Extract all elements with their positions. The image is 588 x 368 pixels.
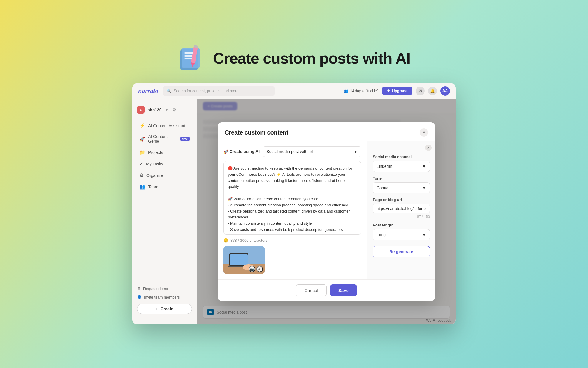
modal: Create custom content × 🚀 Create using A…: [218, 122, 435, 301]
upgrade-label: Upgrade: [392, 89, 407, 93]
sidebar-label-team: Team: [148, 185, 158, 189]
content-area: + Create posts in Social media post: [197, 99, 456, 324]
sidebar: a abc120 ▼ ⚙ ⚡ AI Content Assistant 🚀 AI…: [132, 99, 197, 324]
top-bar: narrato 🔍 Search for content, projects, …: [132, 83, 456, 99]
projects-icon: 📁: [139, 150, 145, 155]
trial-text: 14 days of trial left: [350, 89, 379, 93]
sidebar-label-ai-content-assistant: AI Content Assistant: [148, 123, 185, 128]
post-length-chevron: ▼: [422, 232, 426, 237]
new-badge: New!: [180, 137, 190, 141]
team-icon: 👥: [139, 184, 145, 190]
modal-footer: Cancel Save: [218, 279, 435, 301]
top-bar-right: 👥 14 days of trial left ✦ Upgrade ✉ 🔔 AA: [344, 86, 450, 96]
modal-overlay: Create custom content × 🚀 Create using A…: [197, 99, 456, 324]
bell-icon[interactable]: 🔔: [428, 87, 437, 95]
modal-body: 🚀 Create using AI Social media post with…: [218, 141, 435, 279]
trial-badge: 👥 14 days of trial left: [344, 89, 379, 93]
svg-rect-11: [230, 254, 248, 265]
sidebar-item-team[interactable]: 👥 Team: [135, 181, 194, 192]
emoji-icon: 😊: [223, 238, 228, 243]
content-type-chevron: ▼: [353, 149, 358, 154]
workspace-chevron: ▼: [165, 108, 168, 112]
url-label: Page or blog url: [373, 198, 430, 202]
url-input[interactable]: [373, 204, 430, 213]
sidebar-item-ai-content-genie[interactable]: 🚀 AI Content Genie New!: [135, 132, 194, 146]
modal-right: × Social media channel LinkedIn ▼ Tone C…: [368, 141, 435, 279]
workspace-avatar: a: [137, 106, 145, 114]
invite-team-label: Invite team members: [144, 295, 180, 299]
content-type-value: Social media post with url: [266, 149, 313, 154]
search-bar[interactable]: 🔍 Search for content, projects, and more: [163, 86, 275, 96]
save-button[interactable]: Save: [330, 284, 357, 296]
social-channel-value: LinkedIn: [377, 164, 392, 169]
workspace-item[interactable]: a abc120 ▼ ⚙: [132, 104, 197, 116]
modal-left: 🚀 Create using AI Social media post with…: [218, 141, 368, 279]
request-demo-label: Request demo: [143, 286, 168, 291]
create-row: 🚀 Create using AI Social media post with…: [223, 146, 361, 157]
image-edit-button[interactable]: ✏: [256, 266, 263, 272]
mail-icon[interactable]: ✉: [416, 87, 425, 95]
workspace-name: abc120: [148, 107, 161, 112]
logo: narrato: [138, 87, 158, 95]
regenerate-button[interactable]: Re-generate: [373, 246, 430, 257]
ai-genie-icon: 🚀: [139, 136, 145, 142]
sidebar-label-my-tasks: My Tasks: [146, 162, 163, 166]
upgrade-icon: ✦: [387, 89, 390, 93]
request-demo-item[interactable]: 🖥 Request demo: [135, 284, 194, 293]
my-tasks-icon: ✓: [139, 161, 143, 167]
create-label: Create: [161, 306, 173, 311]
upgrade-button[interactable]: ✦ Upgrade: [382, 87, 412, 95]
sidebar-label-ai-content-genie: AI Content Genie: [148, 134, 177, 144]
sidebar-item-projects[interactable]: 📁 Projects: [135, 147, 194, 158]
char-count: 😊 878 / 3000 characters: [223, 238, 361, 243]
social-channel-dropdown[interactable]: LinkedIn ▼: [373, 161, 430, 172]
tone-dropdown[interactable]: Casual ▼: [373, 182, 430, 193]
sidebar-item-organize[interactable]: ⚙ Organize: [135, 170, 194, 181]
main-content: a abc120 ▼ ⚙ ⚡ AI Content Assistant 🚀 AI…: [132, 99, 456, 324]
tone-label: Tone: [373, 176, 430, 180]
sidebar-label-projects: Projects: [148, 150, 163, 155]
sidebar-nav: ⚡ AI Content Assistant 🚀 AI Content Geni…: [132, 120, 197, 278]
modal-title: Create custom content: [225, 129, 288, 136]
avatar[interactable]: AA: [440, 86, 450, 96]
search-icon: 🔍: [166, 89, 171, 93]
workspace-settings[interactable]: ⚙: [172, 107, 176, 112]
hero-header: Create custom posts with AI: [178, 44, 410, 73]
ai-content-icon: ⚡: [139, 123, 145, 128]
image-camera-button[interactable]: 📷: [249, 266, 255, 272]
create-label: 🚀 Create using AI: [223, 149, 260, 154]
sidebar-bottom: 🖥 Request demo 👤 Invite team members + C…: [132, 281, 197, 320]
social-channel-label: Social media channel: [373, 155, 430, 159]
content-type-dropdown[interactable]: Social media post with url ▼: [263, 146, 361, 157]
hero-icon: [178, 44, 207, 73]
content-textarea[interactable]: 🔴 Are you struggling to keep up with the…: [223, 161, 361, 235]
app-window: narrato 🔍 Search for content, projects, …: [132, 83, 456, 324]
search-placeholder: Search for content, projects, and more: [173, 89, 238, 93]
char-limit-note: 87 / 150: [373, 215, 430, 219]
organize-icon: ⚙: [139, 173, 143, 178]
sidebar-item-ai-content-assistant[interactable]: ⚡ AI Content Assistant: [135, 120, 194, 131]
post-length-value: Long: [377, 232, 386, 237]
social-channel-chevron: ▼: [422, 164, 426, 169]
hero-title: Create custom posts with AI: [213, 49, 410, 67]
post-length-label: Post length: [373, 223, 430, 227]
modal-close-button[interactable]: ×: [420, 128, 428, 137]
image-preview: 📷 ✏: [223, 246, 265, 274]
modal-header: Create custom content ×: [218, 122, 435, 141]
invite-team-item[interactable]: 👤 Invite team members: [135, 293, 194, 301]
post-length-dropdown[interactable]: Long ▼: [373, 229, 430, 240]
create-icon: +: [156, 306, 158, 311]
image-overlay-icons: 📷 ✏: [249, 266, 263, 272]
tone-value: Casual: [377, 185, 390, 190]
tone-chevron: ▼: [422, 185, 426, 190]
svg-rect-3: [184, 55, 193, 57]
trial-icon: 👥: [344, 89, 348, 93]
sidebar-label-organize: Organize: [146, 173, 163, 178]
outer-wrapper: Create custom posts with AI narrato 🔍 Se…: [0, 44, 588, 324]
invite-team-icon: 👤: [137, 295, 142, 299]
create-button[interactable]: + Create: [137, 304, 192, 314]
right-panel-close-button[interactable]: ×: [425, 145, 432, 151]
cancel-button[interactable]: Cancel: [296, 284, 327, 296]
sidebar-item-my-tasks[interactable]: ✓ My Tasks: [135, 158, 194, 169]
char-count-text: 878 / 3000 characters: [230, 238, 268, 243]
